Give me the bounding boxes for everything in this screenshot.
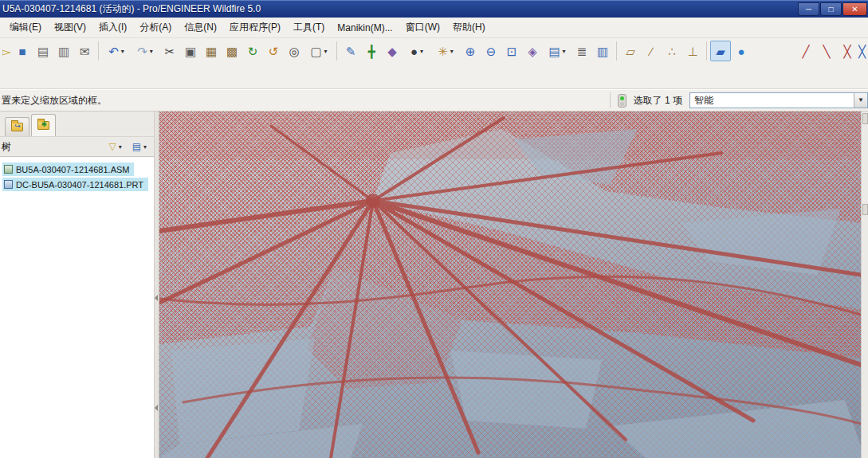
toolbar-icon: ╳ [843,45,850,57]
settings-menu-button[interactable]: ▤ [128,139,151,155]
model-node-icon [4,165,13,174]
folder-icon: ↪ [11,123,23,131]
find-icon[interactable]: ◎ [284,41,304,61]
saved-views-icon[interactable]: ▤ [543,41,571,61]
toolbar-icon: ≣ [577,45,587,57]
open-icon[interactable]: ▻ [2,41,12,61]
main-content: ↪ ✱ 树 ▽ ▤ [0,112,868,458]
tree-menu-icon: ▤ [132,142,141,151]
selection-filter-combobox[interactable]: 智能 ▼ [689,92,868,108]
toolbar-icon: ╳ [858,45,866,57]
toolbar-icon: ▻ [2,45,11,57]
statusbar-divider [610,92,611,108]
tab-favorites[interactable]: ✱ [31,114,56,136]
menu-item[interactable]: 窗口(W) [399,18,446,37]
navigator-tabs: ↪ ✱ [0,112,154,136]
selection-count-text: 选取了 1 项 [634,94,682,108]
reorient-icon[interactable]: ◈ [522,41,543,61]
send-mail-icon[interactable]: ✉ [74,41,95,61]
mesh-hub [366,194,380,208]
menu-item[interactable]: 视图(V) [48,18,92,37]
undo-icon[interactable]: ↶ [102,41,131,61]
combobox-dropdown-icon[interactable]: ▼ [854,93,867,108]
selection-status-area: 选取了 1 项 智能 ▼ [610,92,868,108]
datum-planes-icon[interactable]: ▱ [620,41,641,61]
menu-item[interactable]: 应用程序(P) [223,18,287,37]
copy-icon[interactable]: ▣ [180,41,201,61]
plotter-icon[interactable]: ▥ [53,41,74,61]
auto-regenerate-icon[interactable]: ↺ [263,41,284,61]
spin-center-icon[interactable]: ╋ [361,41,382,61]
paste-special-icon[interactable]: ▩ [222,41,242,61]
tree-item[interactable]: BU5A-030407-1214681.ASM [2,162,134,176]
overlap-geometry-icon[interactable]: ╳ [858,41,868,61]
layers-icon[interactable]: ≣ [571,41,592,61]
menu-item[interactable]: 帮助(H) [446,18,492,37]
highlight-endpoints-icon[interactable]: ╳ [837,41,858,61]
toolbar-icon: ◎ [289,45,299,57]
view-manager-icon[interactable]: ▥ [592,41,613,61]
sketch-centerline-icon[interactable]: ╲ [816,41,837,61]
spin-pan-zoom-icon[interactable]: ✳ [431,41,460,61]
regenerate-icon[interactable]: ↻ [242,41,263,61]
selection-filter-value: 智能 [694,94,713,108]
annotation-display-toggle-icon[interactable]: ▰ [710,41,731,61]
status-lamp-icon [618,94,626,108]
toolbar-icon: ∴ [668,45,676,57]
viewport-3d[interactable] [159,112,861,458]
menu-item[interactable]: 编辑(E) [3,18,48,37]
toolbar-icon: ● [737,45,744,57]
print-icon[interactable]: ▤ [33,41,53,61]
zoom-out-icon[interactable]: ⊖ [481,41,501,61]
toolbar-icon: ▱ [626,45,635,57]
show-menu-button[interactable]: ▽ [104,139,125,155]
right-panel-toggle-icon[interactable] [862,204,868,215]
toolbar-icon: ✳ [438,45,448,57]
sash-collapse-icon[interactable] [155,295,158,301]
cut-icon[interactable]: ✂ [159,41,180,61]
app-window: U5A-030407-1214681 (活动的) - Pro/ENGINEER … [0,0,868,458]
right-panel-toggle-icon[interactable] [862,113,868,124]
redo-icon[interactable]: ↷ [131,41,159,61]
datum-points-icon[interactable]: ∴ [662,41,682,61]
toolbar-icon: ✂ [165,45,175,57]
tree-item[interactable]: DC-BU5A-030407-1214681.PRT [2,178,148,191]
refit-icon[interactable]: ⊡ [501,41,522,61]
toolbar-separator [616,41,617,61]
select-box-icon[interactable]: ▢ [304,41,333,61]
spin-center-ball-icon[interactable]: ● [731,41,752,61]
model-tree-header: 树 ▽ ▤ [0,136,154,157]
paste-icon[interactable]: ▦ [201,41,222,61]
toolbar-icon: ↶ [108,45,119,57]
repaint-icon[interactable]: ✎ [340,41,361,61]
menu-item[interactable]: Manikin(M)... [331,19,399,37]
zoom-in-icon[interactable]: ⊕ [460,41,481,61]
datum-axes-icon[interactable]: ∕ [641,41,662,61]
menu-item[interactable]: 插入(I) [92,18,133,37]
toolbar-icon: ▰ [716,45,725,57]
menu-item[interactable]: 分析(A) [133,18,178,37]
menu-item[interactable]: 工具(T) [287,18,331,37]
folder-badge-icon: ✱ [41,121,47,128]
sketch-line-icon[interactable]: ╱ [795,41,816,61]
display-style-icon[interactable]: ● [403,41,431,61]
right-panel-strip [861,112,868,458]
menu-item[interactable]: 信息(N) [178,18,223,37]
toolbar-icon: ▤ [548,45,560,57]
sash-collapse-icon[interactable] [155,405,158,411]
orient-mode-icon[interactable]: ◆ [382,41,403,61]
model-tree-title: 树 [2,140,11,154]
folder-badge-icon: ↪ [14,123,21,130]
minimize-button[interactable]: ─ [798,2,819,16]
close-button[interactable]: ✕ [842,2,867,16]
toolbar-icon: ⊡ [507,45,517,57]
datum-csys-icon[interactable]: ⊥ [682,41,703,61]
save-icon[interactable]: ■ [12,41,33,61]
toolbar-icon: ↺ [269,45,279,57]
navigator-sash[interactable] [154,112,159,458]
tab-folder-browser[interactable]: ↪ [5,117,29,136]
toolbar-icon: ▥ [597,45,608,57]
window-controls: ─ □ ✕ [798,2,868,16]
maximize-button[interactable]: □ [820,2,842,16]
mesh-model-rendering [159,112,861,458]
